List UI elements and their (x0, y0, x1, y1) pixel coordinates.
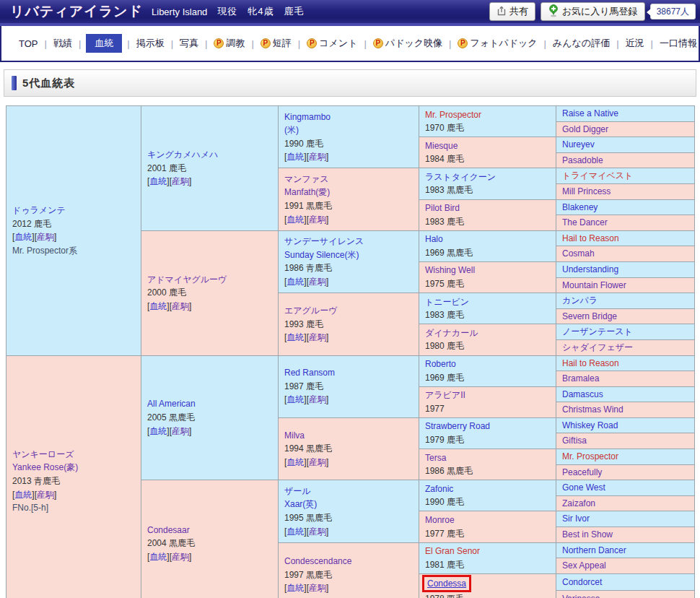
horse-link[interactable]: Gone West (562, 482, 605, 493)
horse-link[interactable]: Kingmambo (284, 112, 331, 122)
horse-link[interactable]: Condorcet (562, 577, 602, 587)
horse-link[interactable]: All American (147, 399, 196, 409)
offspring-link[interactable]: 産駒 (309, 332, 326, 342)
horse-link[interactable]: El Gran Senor (425, 546, 480, 556)
tab-pedigree[interactable]: 血統 (86, 34, 122, 53)
blood-link[interactable]: 血統 (286, 457, 304, 467)
offspring-link[interactable]: 産駒 (37, 232, 54, 242)
horse-link[interactable]: Northern Dancer (562, 545, 626, 555)
offspring-link[interactable]: 産駒 (309, 394, 326, 404)
horse-link[interactable]: Damascus (562, 389, 603, 399)
horse-link[interactable]: Wishing Well (425, 265, 475, 275)
horse-link[interactable]: Christmas Wind (562, 404, 624, 415)
horse-link[interactable]: Condescendance (284, 556, 351, 566)
horse-link[interactable]: Gold Digger (562, 124, 608, 134)
offspring-link[interactable]: 産駒 (309, 457, 326, 467)
horse-link[interactable]: Varinessa (562, 594, 600, 598)
blood-link[interactable]: 血統 (149, 426, 167, 436)
horse-link[interactable]: Red Ransom (284, 368, 335, 378)
horse-link[interactable]: Mr. Prospector (425, 110, 481, 120)
horse-link[interactable]: カンパラ (562, 295, 598, 306)
horse-subname-link[interactable]: (米) (284, 125, 299, 135)
horse-link[interactable]: Nureyev (562, 139, 595, 150)
horse-subname-link[interactable]: Yankee Rose(豪) (12, 462, 78, 472)
blood-link[interactable]: 血統 (149, 552, 167, 562)
blood-link[interactable]: 血統 (286, 214, 304, 225)
horse-link[interactable]: Peacefully (562, 467, 602, 477)
tab-short-review[interactable]: P短評 (259, 34, 293, 53)
offspring-link[interactable]: 産駒 (172, 426, 189, 436)
horse-link[interactable]: Sex Appeal (562, 560, 606, 571)
blood-link[interactable]: 血統 (14, 232, 32, 242)
blood-link[interactable]: 血統 (149, 176, 167, 186)
horse-link[interactable]: ヤンキーローズ (12, 449, 74, 459)
blood-link[interactable]: 血統 (14, 490, 32, 500)
horse-link[interactable]: Roberto (425, 359, 456, 369)
horse-link[interactable]: サンデーサイレンス (284, 236, 364, 246)
horse-link[interactable]: Zaizafon (562, 498, 595, 508)
tab-photos[interactable]: 写真 (178, 34, 200, 53)
tab-one-share-info[interactable]: 一口情報 (658, 34, 699, 53)
horse-link[interactable]: Strawberry Road (425, 421, 490, 431)
horse-link[interactable]: アドマイヤグルーヴ (147, 274, 227, 285)
horse-link[interactable]: トライマイベスト (562, 170, 633, 181)
horse-link[interactable]: ザール (284, 486, 311, 496)
horse-link[interactable]: Monroe (425, 515, 455, 525)
horse-link[interactable]: Bramalea (562, 373, 599, 384)
horse-link[interactable]: ノーザンテースト (562, 326, 633, 337)
horse-subname-link[interactable]: Manfath(愛) (284, 187, 330, 197)
tab-board[interactable]: 掲示板 (135, 34, 166, 53)
horse-link[interactable]: Understanding (562, 264, 618, 274)
horse-link[interactable]: キングカメハメハ (147, 150, 218, 160)
offspring-link[interactable]: 産駒 (172, 301, 189, 311)
offspring-link[interactable]: 産駒 (309, 152, 326, 162)
horse-link[interactable]: Raise a Native (562, 108, 618, 118)
blood-link[interactable]: 血統 (286, 394, 304, 404)
offspring-link[interactable]: 産駒 (172, 552, 189, 562)
blood-link[interactable]: 血統 (149, 301, 167, 311)
share-button[interactable]: 共有 (489, 2, 535, 21)
tab-results[interactable]: 戦績 (52, 34, 74, 53)
horse-link[interactable]: Miesque (425, 141, 458, 151)
horse-link[interactable]: Severn Bridge (562, 311, 617, 321)
horse-link[interactable]: Condessa (427, 578, 466, 589)
horse-link[interactable]: Pilot Bird (425, 203, 460, 213)
horse-link[interactable]: トニービン (425, 297, 469, 307)
tab-everyone-rating[interactable]: みんなの評価 (551, 34, 611, 53)
horse-link[interactable]: The Dancer (562, 217, 608, 228)
horse-subname-link[interactable]: Xaar(英) (284, 499, 317, 509)
horse-link[interactable]: ドゥラメンテ (12, 205, 66, 215)
favorite-register-button[interactable]: お気に入り馬登録 (541, 2, 645, 21)
blood-link[interactable]: 血統 (286, 526, 304, 537)
blood-link[interactable]: 血統 (286, 277, 304, 287)
horse-link[interactable]: Milva (284, 430, 305, 441)
blood-link[interactable]: 血統 (286, 152, 304, 162)
horse-link[interactable]: Whiskey Road (562, 420, 618, 430)
horse-link[interactable]: Mill Princess (562, 186, 611, 196)
horse-link[interactable]: Blakeney (562, 202, 598, 212)
horse-link[interactable]: Mr. Prospector (562, 451, 618, 462)
tab-paddock-video[interactable]: Pパドック映像 (372, 34, 444, 53)
horse-link[interactable]: Giftisa (562, 436, 587, 446)
horse-link[interactable]: シャダイフェザー (562, 342, 633, 352)
offspring-link[interactable]: 産駒 (309, 214, 326, 225)
horse-link[interactable]: Hail to Reason (562, 358, 619, 368)
offspring-link[interactable]: 産駒 (172, 176, 189, 186)
horse-link[interactable]: マンファス (284, 174, 328, 184)
horse-link[interactable]: Best in Show (562, 529, 613, 540)
horse-link[interactable]: エアグルーヴ (284, 306, 337, 316)
horse-link[interactable]: Pasadoble (562, 155, 603, 165)
horse-link[interactable]: Sir Ivor (562, 514, 590, 524)
horse-link[interactable]: アラビアII (425, 390, 465, 400)
horse-link[interactable]: Halo (425, 234, 443, 244)
horse-link[interactable]: Cosmah (562, 248, 595, 259)
tab-top[interactable]: TOP (17, 35, 40, 52)
extra-link[interactable]: FNo.[5-h] (12, 503, 48, 513)
horse-link[interactable]: Mountain Flower (562, 280, 626, 290)
horse-link[interactable]: Tersa (425, 453, 446, 463)
offspring-link[interactable]: 産駒 (309, 277, 326, 287)
offspring-link[interactable]: 産駒 (37, 490, 54, 500)
tab-photo-paddock[interactable]: Pフォトパドック (456, 34, 538, 53)
tab-comment[interactable]: Pコメント (305, 34, 359, 53)
offspring-link[interactable]: 産駒 (309, 583, 326, 593)
